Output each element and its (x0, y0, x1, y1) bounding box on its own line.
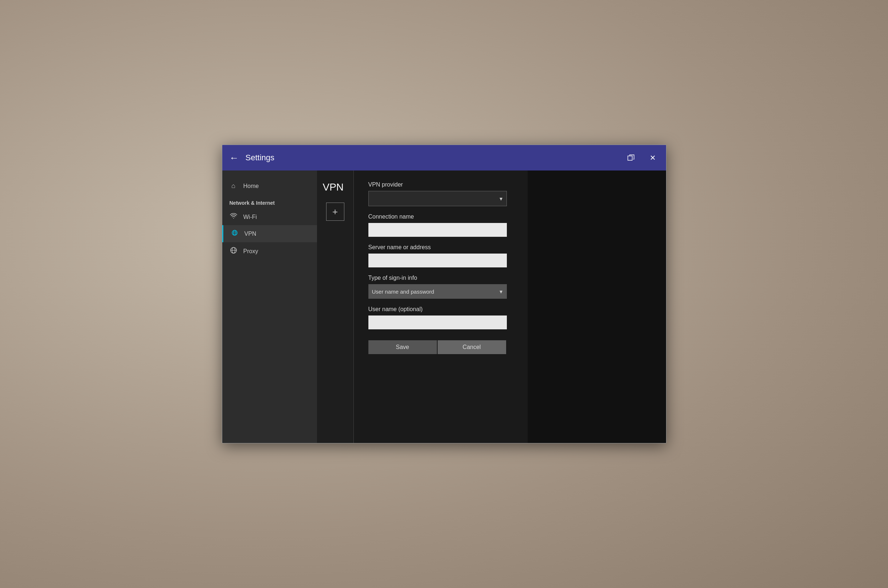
right-panel (528, 171, 666, 443)
connection-name-group: Connection name (368, 213, 513, 237)
signin-type-group: Type of sign-in info User name and passw… (368, 275, 513, 299)
settings-window: ← Settings ✕ ⌂ Home Network & Internet (222, 145, 666, 443)
close-button[interactable]: ✕ (647, 152, 659, 164)
signin-type-select[interactable]: User name and password Smart card Certif… (368, 284, 507, 299)
username-group: User name (optional) (368, 306, 513, 329)
back-button[interactable]: ← (230, 152, 239, 164)
form-buttons: Save Cancel (368, 340, 513, 354)
sidebar-proxy-label: Proxy (243, 248, 258, 255)
sidebar-item-proxy[interactable]: Proxy (222, 242, 317, 260)
signin-type-select-wrapper[interactable]: User name and password Smart card Certif… (368, 284, 507, 299)
save-button[interactable]: Save (368, 340, 437, 354)
server-name-group: Server name or address (368, 244, 513, 267)
connection-name-label: Connection name (368, 213, 513, 220)
username-input[interactable] (368, 315, 507, 329)
vpn-icon (231, 230, 238, 238)
restore-button[interactable] (625, 152, 637, 164)
server-name-input[interactable] (368, 254, 507, 267)
sidebar-wifi-label: Wi-Fi (243, 214, 257, 220)
home-icon: ⌂ (230, 182, 238, 190)
main-content: ⌂ Home Network & Internet Wi-Fi (222, 171, 666, 443)
vpn-provider-select[interactable]: Windows (built-in) (368, 191, 507, 206)
add-vpn-button[interactable]: + (326, 202, 344, 221)
sidebar-item-home[interactable]: ⌂ Home (222, 178, 317, 194)
sidebar-item-vpn[interactable]: VPN (222, 225, 317, 242)
signin-type-label: Type of sign-in info (368, 275, 513, 281)
sidebar-home-label: Home (243, 183, 259, 189)
sidebar-section-label: Network & Internet (222, 194, 317, 209)
wifi-icon (230, 213, 238, 221)
server-name-label: Server name or address (368, 244, 513, 250)
proxy-icon (230, 247, 238, 256)
vpn-provider-label: VPN provider (368, 182, 513, 188)
sidebar-vpn-label: VPN (244, 231, 256, 237)
connection-name-input[interactable] (368, 223, 507, 237)
vpn-list-panel: VPN + (317, 171, 354, 443)
titlebar: ← Settings ✕ (222, 145, 666, 171)
vpn-provider-group: VPN provider Windows (built-in) ▾ (368, 182, 513, 206)
window-title: Settings (246, 153, 625, 162)
cancel-button[interactable]: Cancel (438, 340, 506, 354)
username-label: User name (optional) (368, 306, 513, 313)
vpn-panel-title: VPN (317, 178, 354, 197)
vpn-provider-select-wrapper[interactable]: Windows (built-in) ▾ (368, 191, 507, 206)
titlebar-controls: ✕ (625, 152, 659, 164)
sidebar-item-wifi[interactable]: Wi-Fi (222, 209, 317, 225)
sidebar: ⌂ Home Network & Internet Wi-Fi (222, 171, 317, 443)
vpn-form-panel: VPN provider Windows (built-in) ▾ Connec… (354, 171, 528, 443)
svg-rect-0 (628, 156, 632, 160)
